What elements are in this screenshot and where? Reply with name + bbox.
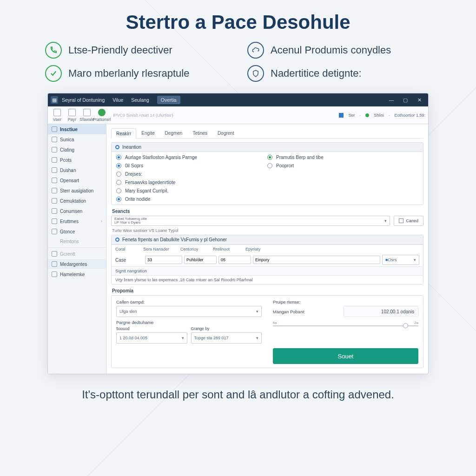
- grange-select[interactable]: Topge sta 289 017▾: [191, 332, 262, 344]
- menu-item-3[interactable]: Overtia: [157, 96, 180, 104]
- db-icon: [52, 167, 57, 173]
- scouod-select[interactable]: 1 20.0d 04.005▾: [116, 332, 187, 344]
- radio-icon: [116, 163, 121, 168]
- range-slider[interactable]: fla 2a: [273, 322, 418, 330]
- sidebar-item-12[interactable]: Gcrentt: [48, 249, 106, 259]
- box-icon: [52, 208, 57, 214]
- sidebar-label: Sterr ausigiation: [60, 188, 93, 193]
- radio-option[interactable]: Drejses:: [116, 172, 267, 177]
- toolbar-hint: IPVC9 Sovalt Anart 14 (Ulurtitar): [113, 113, 173, 118]
- status-flag: Ser: [348, 113, 355, 118]
- sidebar-item-13[interactable]: Medargentes: [48, 259, 106, 269]
- sidebar-item-0[interactable]: Insctiue: [48, 124, 106, 134]
- radio-option[interactable]: Pooprort: [267, 163, 418, 168]
- app-window: ▦ Seyral of Dontuning Vilue Seulang Over…: [47, 93, 429, 374]
- box-icon: [52, 188, 57, 193]
- tab-degmen[interactable]: Degmen: [160, 128, 188, 138]
- cell-b-input[interactable]: [145, 256, 182, 264]
- cell-c-input[interactable]: [184, 256, 217, 264]
- sidebar-item-10[interactable]: Gtonce: [48, 226, 106, 237]
- sidebar-item-2[interactable]: Clating: [48, 145, 106, 155]
- radio-option[interactable]: Orite nodide: [116, 197, 267, 202]
- tool-open[interactable]: Payr: [66, 108, 79, 123]
- sidebar-item-4[interactable]: Dushan: [48, 165, 106, 175]
- sidebar-label: Dushan: [60, 168, 76, 173]
- cell-d-input[interactable]: [218, 256, 251, 264]
- signat-body: Vrţy bram ylsirse to las expemacs ,18 Ca…: [112, 275, 423, 284]
- sidebar-item-14[interactable]: Hamelemke: [48, 269, 106, 279]
- radio-option[interactable]: Mary Esgant Curripil,: [116, 188, 267, 193]
- radio-group: Aurlage Starlloston Agarsis ParngePramut…: [112, 152, 423, 205]
- sidebar-item-5[interactable]: Opensart: [48, 175, 106, 185]
- tab-reakirr[interactable]: Reakirr: [111, 128, 136, 139]
- tool-wand[interactable]: Sfawale: [80, 108, 93, 123]
- signat-head: Signtt nangration: [112, 266, 423, 275]
- feature-3-text: Maro mberlanly rlesraptule: [68, 67, 189, 79]
- sidebar-item-8[interactable]: Conumsen: [48, 206, 106, 216]
- caned-button[interactable]: Caned: [394, 216, 423, 226]
- radio-label: Orite nodide: [125, 197, 150, 202]
- submit-button[interactable]: Souet: [273, 348, 418, 364]
- feature-4: Nadertitice detignte:: [247, 65, 431, 82]
- gear-icon: [52, 178, 57, 183]
- pargne-label: Pargne dedtuhanie: [116, 320, 262, 325]
- seancts-select[interactable]: Eabel Yotsamış otle LP Yise s Dyars▾: [111, 216, 390, 226]
- tool-new[interactable]: Vaer: [51, 108, 64, 123]
- cell-e-input[interactable]: [253, 256, 380, 264]
- radio-icon: [116, 180, 121, 185]
- radio-icon: [116, 188, 121, 193]
- sidebar-label: Pcots: [60, 158, 72, 163]
- phone-icon: [45, 42, 62, 59]
- sidebar-item-1[interactable]: Sunica: [48, 134, 106, 145]
- callen-select[interactable]: Ulga slen▾: [116, 306, 262, 317]
- chevron-right-icon: ›: [101, 219, 102, 224]
- sidebar-label: Gtonce: [60, 229, 75, 234]
- sidebar-item-11[interactable]: Rerntons: [48, 237, 106, 246]
- sidebar-item-3[interactable]: Pcots: [48, 155, 106, 165]
- pripe-label: Pruipe rtense:: [273, 299, 418, 304]
- sidebar-label: Hamelemke: [60, 272, 85, 277]
- box-icon: [52, 137, 57, 142]
- app-title: Seyral of Dontuning: [62, 97, 105, 103]
- close-icon[interactable]: ✕: [413, 95, 425, 105]
- page-title: Stertro a Pace Desohule: [0, 0, 476, 42]
- tool-run[interactable]: Prattonsrl: [95, 108, 108, 123]
- tab-engite[interactable]: Engite: [136, 128, 159, 138]
- callen-label: Callen öampd:: [116, 299, 262, 304]
- tab-tetines[interactable]: Tetines: [187, 128, 212, 138]
- menu-item-2[interactable]: Seulang: [131, 97, 149, 103]
- box-icon: [52, 198, 57, 204]
- cell-mode-select[interactable]: ■ Osrs▾: [382, 255, 419, 265]
- radio-label: Fersawvks lagedenrtiote: [125, 180, 175, 185]
- titlebar: ▦ Seyral of Dontuning Vilue Seulang Over…: [48, 93, 428, 106]
- sidebar-label: Insctiue: [60, 127, 78, 132]
- feature-3: Maro mberlanly rlesraptule: [45, 65, 229, 82]
- radio-option[interactable]: 0il Soprs: [116, 163, 267, 168]
- sidebar-item-7[interactable]: Cemuktation: [48, 196, 106, 206]
- radio-option[interactable]: Fersawvks lagedenrtiote: [116, 180, 267, 185]
- sidebar-label: Clating: [60, 147, 74, 152]
- minimize-icon[interactable]: ―: [385, 95, 397, 105]
- home-icon: [52, 126, 57, 132]
- radio-option[interactable]: Pramutis Berp and tibe: [267, 155, 418, 160]
- props-title: Propomia: [112, 288, 423, 293]
- sidebar-item-6[interactable]: Sterr ausigiation: [48, 185, 106, 196]
- radio-icon: [116, 197, 121, 202]
- section-ineantion: Ineantion Aurlage Starlloston Agarsis Pa…: [111, 142, 423, 205]
- radio-label: Aurlage Starlloston Agarsis Parnge: [125, 155, 197, 160]
- status-dot: Shlini: [374, 113, 384, 118]
- props-grid: Callen öampd: Ulga slen▾ Pruipe rtense: …: [111, 295, 423, 368]
- section2-title: Feneta frpents an Dabulkite VsFurnis y p…: [122, 237, 227, 242]
- sidebar-label: Gcrentt: [60, 251, 75, 257]
- radio-option[interactable]: Aurlage Starlloston Agarsis Parnge: [116, 155, 267, 160]
- caption-1: Turte Wew sastiser VS Loane Typol: [112, 228, 423, 233]
- maximize-icon[interactable]: ▢: [399, 95, 411, 105]
- user-icon: [52, 157, 57, 163]
- clock-icon: [52, 271, 57, 277]
- feature-2: Acenul Produmis conydles: [247, 42, 431, 59]
- tab-dogrent[interactable]: Dogrent: [212, 128, 239, 138]
- box-icon: [52, 147, 57, 152]
- radio-label: Drejses:: [125, 172, 142, 177]
- sidebar-item-9[interactable]: Eruttmes›: [48, 216, 106, 226]
- menu-item-1[interactable]: Vilue: [112, 97, 123, 103]
